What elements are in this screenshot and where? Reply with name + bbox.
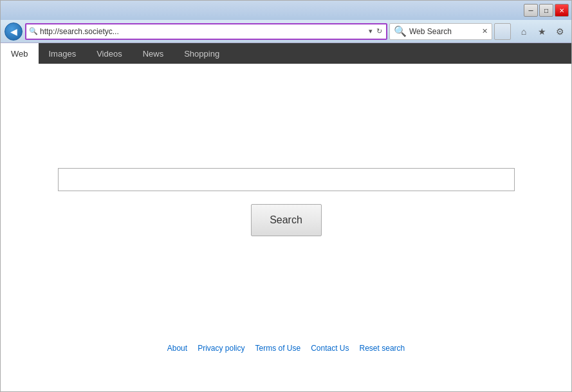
title-bar-buttons: ─ □ ✕ — [524, 4, 569, 17]
main-content: Search — [1, 64, 571, 391]
new-tab-button[interactable] — [494, 23, 511, 40]
settings-button[interactable]: ⚙ — [552, 24, 567, 39]
toolbar-label-videos: Videos — [97, 49, 122, 59]
address-dropdown-icon[interactable]: ▾ — [367, 27, 374, 35]
address-area: 🔍 http://search.societyc... ▾ ↻ 🔍 Web Se… — [25, 23, 511, 40]
toolbar-label-images: Images — [49, 49, 77, 59]
search-box-container: Search — [58, 168, 515, 236]
search-input[interactable] — [58, 168, 515, 191]
search-button-label: Search — [270, 214, 302, 225]
footer-contact-link[interactable]: Contact Us — [311, 344, 349, 353]
footer-privacy-link[interactable]: Privacy policy — [198, 344, 244, 353]
address-nav-buttons: ▾ ↻ — [367, 27, 383, 35]
favorites-icon: ★ — [538, 26, 546, 37]
tab-search-icon: 🔍 — [394, 25, 407, 37]
home-icon: ⌂ — [521, 26, 526, 37]
toolbar-item-news[interactable]: News — [133, 43, 174, 64]
tab-label: Web Search — [409, 27, 452, 36]
footer-terms-link[interactable]: Terms of Use — [255, 344, 300, 353]
toolbar: Web Images Videos News Shopping — [1, 43, 571, 64]
toolbar-label-web: Web — [11, 49, 28, 59]
back-button[interactable]: ◀ — [5, 23, 23, 41]
toolbar-label-news: News — [143, 49, 164, 59]
tab-close-icon[interactable]: ✕ — [482, 27, 488, 35]
address-bar[interactable]: 🔍 http://search.societyc... ▾ ↻ — [25, 23, 387, 40]
content-area: Search About Privacy policy Terms of Use… — [1, 64, 571, 391]
back-icon: ◀ — [10, 26, 17, 37]
toolbar-item-images[interactable]: Images — [39, 43, 87, 64]
toolbar-item-shopping[interactable]: Shopping — [174, 43, 230, 64]
maximize-button[interactable]: □ — [539, 4, 553, 17]
search-button[interactable]: Search — [251, 204, 322, 236]
settings-icon: ⚙ — [556, 26, 564, 37]
address-search-icon: 🔍 — [29, 27, 38, 35]
toolbar-item-web[interactable]: Web — [1, 43, 39, 64]
toolbar-item-videos[interactable]: Videos — [86, 43, 133, 64]
title-bar: ─ □ ✕ — [1, 1, 571, 20]
tab-address-bar[interactable]: 🔍 Web Search ✕ — [389, 23, 492, 40]
footer-reset-link[interactable]: Reset search — [360, 344, 405, 353]
nav-bar: ◀ 🔍 http://search.societyc... ▾ ↻ 🔍 Web … — [1, 20, 571, 43]
address-text: http://search.societyc... — [40, 27, 365, 36]
nav-right-icons: ⌂ ★ ⚙ — [516, 24, 567, 39]
close-button[interactable]: ✕ — [555, 4, 569, 17]
toolbar-label-shopping: Shopping — [184, 49, 219, 59]
footer-links: About Privacy policy Terms of Use Contac… — [1, 344, 571, 353]
address-refresh-icon[interactable]: ↻ — [375, 27, 383, 35]
minimize-button[interactable]: ─ — [524, 4, 538, 17]
footer-about-link[interactable]: About — [167, 344, 187, 353]
home-button[interactable]: ⌂ — [516, 24, 531, 39]
browser-window: ─ □ ✕ ◀ 🔍 http://search.societyc... ▾ ↻ … — [0, 0, 572, 392]
favorites-button[interactable]: ★ — [534, 24, 549, 39]
